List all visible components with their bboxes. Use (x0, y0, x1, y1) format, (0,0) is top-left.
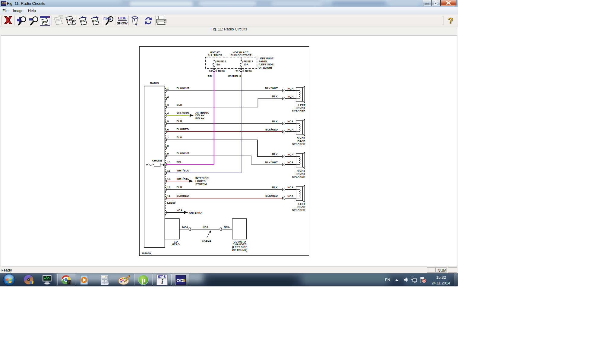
svg-text:YEL/GRN: YEL/GRN (177, 111, 189, 115)
svg-text:INTERIOR: INTERIOR (195, 177, 209, 180)
svg-text:NCA: NCA (288, 195, 294, 198)
svg-text:WHT/BLU: WHT/BLU (228, 75, 241, 78)
svg-text:HOT IN ACC,: HOT IN ACC, (233, 51, 250, 54)
svg-text:5: 5 (183, 278, 185, 283)
svg-text:(LEFT SIDE: (LEFT SIDE (259, 63, 274, 66)
svg-text:HEAD: HEAD (172, 243, 180, 246)
svg-text:1: 1 (167, 87, 169, 90)
svg-text:13: 13 (167, 186, 170, 189)
svg-text:BLK: BLK (177, 186, 182, 189)
svg-text:FUSE 6: FUSE 6 (216, 60, 226, 63)
svg-text:BLK: BLK (272, 153, 278, 156)
svg-text:3: 3 (167, 104, 169, 107)
svg-text:10: 10 (167, 161, 170, 164)
svg-text:4: 4 (167, 112, 169, 115)
svg-text:NCA: NCA (177, 209, 183, 212)
svg-text:LEFT FUSE: LEFT FUSE (259, 57, 274, 60)
svg-text:SYSTEM: SYSTEM (195, 183, 207, 186)
svg-text:NCA: NCA (288, 87, 294, 90)
svg-text:DELAY: DELAY (195, 114, 204, 117)
svg-text:FIND: FIND (103, 17, 111, 20)
svg-text:BLK/RED: BLK/RED (177, 194, 189, 197)
svg-text:BLK/WHT: BLK/WHT (177, 152, 190, 155)
svg-text:HOT AT: HOT AT (210, 51, 220, 54)
svg-text:SPEAKER: SPEAKER (292, 109, 305, 112)
svg-text:OF DASH): OF DASH) (259, 66, 272, 69)
svg-text:NCA: NCA (288, 95, 294, 98)
svg-text:REAR: REAR (298, 139, 305, 142)
svg-text:RELAY: RELAY (195, 117, 204, 120)
svg-text:BLK/RED: BLK/RED (177, 128, 189, 131)
svg-text:BLK/WHT: BLK/WHT (265, 161, 278, 164)
svg-text:RIGHT: RIGHT (297, 136, 305, 139)
svg-text:BLK: BLK (177, 136, 182, 139)
svg-text:NCA: NCA (203, 226, 209, 229)
svg-text:LB263: LB263 (243, 70, 252, 73)
svg-text:OF TRUNK): OF TRUNK) (232, 249, 247, 252)
svg-text:14: 14 (167, 195, 170, 198)
svg-text:2: 2 (167, 95, 169, 98)
svg-text:ANTENNA: ANTENNA (189, 211, 203, 214)
svg-text:107069: 107069 (142, 252, 151, 255)
svg-text:CABLE: CABLE (202, 239, 211, 242)
svg-text:9: 9 (167, 152, 169, 155)
svg-text:ANTENNA: ANTENNA (195, 111, 209, 114)
svg-text:NCA: NCA (288, 153, 294, 156)
svg-text:BLK/WHT: BLK/WHT (177, 87, 190, 90)
svg-text:ALL TIMES: ALL TIMES (207, 54, 222, 57)
svg-text:i: i (161, 278, 163, 285)
svg-text:SHOW: SHOW (117, 21, 128, 25)
svg-text:PPL: PPL (208, 75, 213, 78)
svg-text:BLK: BLK (177, 120, 182, 123)
svg-text:LB263: LB263 (216, 70, 225, 73)
svg-text:LEFT: LEFT (298, 202, 305, 206)
svg-text:8: 8 (167, 144, 169, 147)
svg-text:12: 12 (167, 177, 170, 180)
svg-text:5: 5 (167, 120, 169, 123)
svg-text:7: 7 (167, 136, 169, 139)
svg-text:PPL: PPL (177, 161, 182, 164)
svg-text:BLK: BLK (177, 103, 182, 106)
svg-text:NCA: NCA (224, 226, 230, 229)
svg-text:REAR: REAR (298, 206, 305, 209)
svg-text:60: 60 (209, 70, 212, 73)
svg-text:NCA: NCA (288, 161, 294, 164)
svg-text:RIGHT: RIGHT (297, 169, 305, 172)
svg-text:FUSE 7: FUSE 7 (244, 60, 253, 63)
svg-text:NCA: NCA (182, 226, 188, 229)
svg-text:OD: OD (176, 278, 184, 283)
svg-text:BLK/RED: BLK/RED (265, 194, 278, 197)
svg-text:5A: 5A (216, 63, 220, 66)
svg-text:SPEAKER: SPEAKER (292, 143, 305, 146)
svg-text:NCA: NCA (288, 186, 294, 189)
svg-text:10A: 10A (244, 63, 249, 66)
svg-text:71: 71 (235, 70, 238, 73)
svg-text:HIDE: HIDE (118, 16, 126, 20)
svg-text:NCA: NCA (288, 120, 294, 123)
svg-text:µ: µ (141, 276, 146, 284)
svg-text:11: 11 (167, 169, 170, 172)
svg-text:BLK: BLK (272, 120, 278, 123)
svg-text:6: 6 (167, 128, 169, 131)
svg-text:LIGHTS: LIGHTS (195, 180, 206, 183)
svg-text:NCA: NCA (288, 128, 294, 131)
svg-text:BLK/RED: BLK/RED (265, 128, 278, 131)
svg-text:RADIO: RADIO (150, 82, 159, 85)
svg-text:BLK: BLK (272, 95, 278, 98)
svg-text:0: 0 (105, 276, 106, 278)
svg-text:WHT/RED: WHT/RED (177, 177, 190, 180)
svg-text:SPEAKER: SPEAKER (292, 175, 305, 178)
svg-text:BLK/WHT: BLK/WHT (265, 87, 278, 90)
svg-text:WHT/BLU: WHT/BLU (177, 169, 189, 172)
svg-text:BLK: BLK (272, 186, 278, 189)
svg-text:RUN OR START: RUN OR START (231, 54, 251, 57)
svg-text:PANEL: PANEL (259, 60, 268, 63)
svg-text:LB160: LB160 (167, 201, 176, 204)
svg-text:SPEAKER: SPEAKER (292, 209, 305, 212)
svg-text:FRONT: FRONT (296, 172, 305, 175)
svg-text:CHOKE: CHOKE (152, 159, 162, 162)
svg-text:?: ? (448, 16, 453, 25)
